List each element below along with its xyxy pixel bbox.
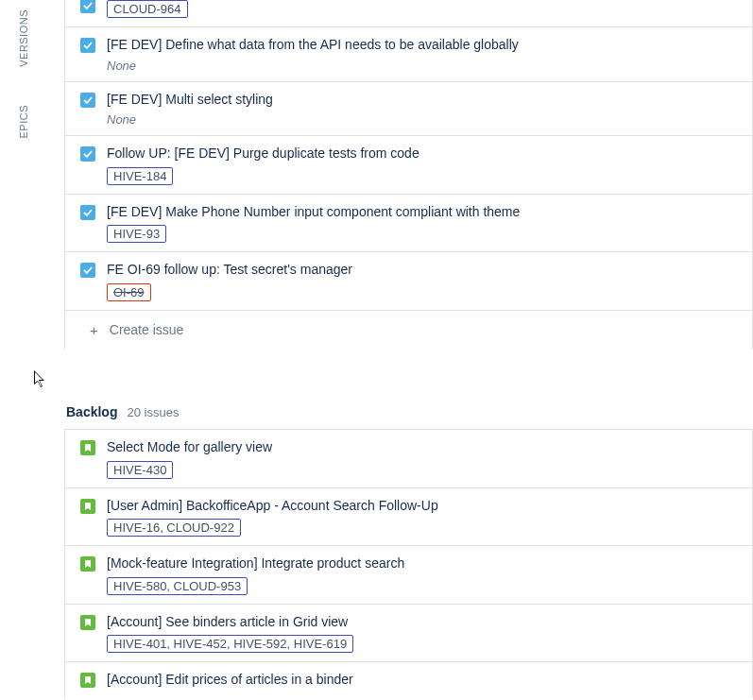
- cursor-icon: [34, 370, 49, 389]
- issue-title: Select Mode for gallery view: [107, 438, 741, 457]
- backlog-list: Select Mode for gallery view HIVE-430 [U…: [64, 429, 753, 698]
- issue-epic-none: None: [107, 112, 741, 127]
- issue-epic-tag[interactable]: HIVE-16, CLOUD-922: [107, 519, 241, 537]
- create-issue-button[interactable]: + Create issue: [65, 311, 752, 350]
- issue-epic-tag[interactable]: OI-69: [107, 283, 151, 301]
- issue-row[interactable]: [FE DEV] Make Phone Number input compone…: [65, 195, 752, 253]
- issue-row[interactable]: [Account] See binders article in Grid vi…: [65, 605, 752, 663]
- task-icon: [80, 93, 95, 108]
- issue-title: FE OI-69 follow up: Test secret's manage…: [107, 261, 741, 280]
- sidebar-tab-epics[interactable]: EPICS: [18, 105, 29, 139]
- story-icon: [80, 499, 95, 514]
- task-icon: [80, 205, 95, 220]
- backlog-title: Backlog: [66, 404, 117, 419]
- issue-title: Follow UP: [FE DEV] Purge duplicate test…: [107, 145, 741, 163]
- issue-row[interactable]: FE OI-69 follow up: Test secret's manage…: [65, 252, 752, 311]
- backlog-count: 20 issues: [127, 405, 179, 419]
- story-icon: [80, 615, 95, 630]
- issue-row[interactable]: [FE-DEV] Fetch another account's country…: [65, 0, 752, 27]
- sprint-list: [FE-DEV] Fetch another account's country…: [64, 0, 753, 350]
- issue-epic-tag[interactable]: HIVE-401, HIVE-452, HIVE-592, HIVE-619: [107, 635, 353, 653]
- story-icon: [80, 556, 95, 572]
- sidebar-tab-versions[interactable]: VERSIONS: [18, 9, 29, 67]
- issue-row[interactable]: [FE DEV] Define what data from the API n…: [65, 27, 752, 82]
- issue-row[interactable]: [User Admin] BackofficeApp - Account Sea…: [65, 488, 752, 547]
- issue-row[interactable]: Select Mode for gallery view HIVE-430: [65, 430, 752, 488]
- task-icon: [80, 0, 95, 13]
- issue-row[interactable]: Follow UP: [FE DEV] Purge duplicate test…: [65, 136, 752, 195]
- issue-title: [User Admin] BackofficeApp - Account Sea…: [107, 497, 741, 516]
- issue-row[interactable]: [Mock-feature Integration] Integrate pro…: [65, 546, 752, 605]
- issue-epic-tag[interactable]: HIVE-430: [107, 461, 173, 479]
- sidebar: VERSIONS EPICS: [0, 0, 47, 138]
- task-icon: [80, 38, 95, 53]
- issue-epic-tag[interactable]: CLOUD-964: [107, 0, 188, 18]
- issue-epic-tag[interactable]: HIVE-93: [107, 225, 166, 243]
- create-issue-label: Create issue: [110, 322, 184, 337]
- issue-epic-tag[interactable]: HIVE-580, CLOUD-953: [107, 577, 248, 595]
- issue-title: [FE DEV] Multi select styling: [107, 91, 741, 110]
- issue-epic-tag[interactable]: HIVE-184: [107, 167, 173, 185]
- issue-title: [Mock-feature Integration] Integrate pro…: [107, 555, 741, 573]
- story-icon: [80, 440, 95, 455]
- issue-row[interactable]: [FE DEV] Multi select styling None: [65, 82, 752, 137]
- plus-icon: +: [90, 322, 98, 338]
- issue-row[interactable]: [Account] Edit prices of articles in a b…: [65, 662, 752, 698]
- issue-title: [FE DEV] Make Phone Number input compone…: [107, 203, 741, 222]
- issue-title: [Account] See binders article in Grid vi…: [107, 613, 741, 632]
- task-icon: [80, 146, 95, 162]
- story-icon: [80, 673, 95, 688]
- issue-title: [FE DEV] Define what data from the API n…: [107, 36, 741, 55]
- issue-epic-none: None: [107, 59, 741, 73]
- backlog-header[interactable]: Backlog 20 issues: [64, 404, 753, 419]
- task-icon: [80, 263, 95, 278]
- main: [FE-DEV] Fetch another account's country…: [64, 0, 753, 698]
- issue-title: [Account] Edit prices of articles in a b…: [107, 671, 741, 690]
